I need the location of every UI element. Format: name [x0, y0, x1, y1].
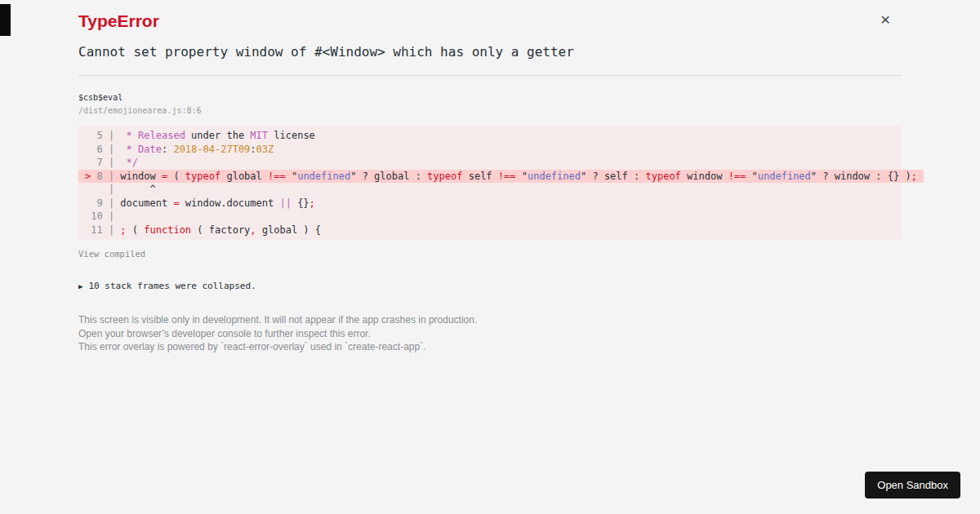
divider — [78, 75, 902, 76]
code-token: ; — [310, 197, 315, 209]
code-token: under the — [185, 130, 250, 141]
code-token: MIT — [250, 130, 268, 141]
code-token: ( — [167, 171, 185, 182]
code-line: 5 | * Released under the MIT license — [78, 129, 902, 143]
error-title: TypeError — [78, 0, 902, 30]
collapsed-stack-frames-label: 10 stack frames were collapsed. — [88, 281, 256, 291]
code-token: typeof — [645, 171, 680, 182]
code-token: ; — [120, 224, 126, 236]
code-token: , — [250, 224, 256, 236]
code-token: " ? window : {} ) — [811, 171, 911, 182]
code-token: global — [220, 171, 268, 182]
code-token: undefined — [297, 171, 350, 182]
caret-right-icon: ▶ — [78, 282, 82, 290]
footer-note: This screen is visible only in developme… — [78, 313, 902, 327]
code-token: !== — [498, 171, 516, 182]
code-token: typeof — [185, 171, 220, 182]
code-token: window — [120, 171, 162, 182]
collapsed-stack-frames-toggle[interactable]: ▶ 10 stack frames were collapsed. — [78, 281, 902, 291]
code-block: 5 | * Released under the MIT license 6 |… — [78, 126, 902, 240]
code-token: 03Z — [256, 144, 274, 155]
code-token: 9 | — [85, 197, 120, 209]
code-token: global ) { — [256, 224, 321, 236]
open-sandbox-button[interactable]: Open Sandbox — [865, 472, 960, 498]
code-token: window.document — [180, 197, 280, 209]
code-token — [120, 130, 126, 141]
code-token: 5 | — [85, 130, 120, 141]
code-token — [120, 157, 126, 168]
code-token: * — [127, 130, 132, 141]
code-line: 11 | ; ( function ( factory, global ) { — [78, 224, 902, 237]
code-token: = — [173, 197, 179, 209]
code-token: 7 | — [85, 157, 120, 168]
code-line-highlighted: > 8 | window = ( typeof global !== "unde… — [78, 170, 902, 184]
code-token: */ — [127, 157, 138, 168]
code-token: function — [144, 224, 191, 236]
code-token: undefined — [528, 171, 581, 182]
view-compiled-link[interactable]: View compiled — [78, 249, 145, 259]
code-token: : — [162, 144, 173, 155]
code-token: ; — [911, 171, 917, 182]
code-token — [132, 144, 138, 155]
code-token: undefined — [758, 171, 811, 182]
code-token: ^ — [120, 184, 155, 195]
footer-note: This error overlay is powered by `react-… — [78, 340, 902, 354]
code-token — [120, 144, 126, 155]
code-token: 2018-04-27T09 — [173, 144, 250, 155]
code-token: > — [85, 171, 96, 182]
stack-frame-location: /dist/emojionearea.js:8:6 — [78, 106, 902, 115]
footer-note: Open your browser’s developer console to… — [78, 327, 902, 341]
code-token: " ? self : — [581, 171, 645, 182]
code-token: window — [681, 171, 728, 182]
code-token: ( factory — [191, 224, 250, 236]
code-token: document — [120, 197, 173, 209]
code-line: 9 | document = window.document || {}; — [78, 197, 902, 210]
code-token: " ? global : — [350, 171, 427, 182]
code-token: license — [268, 130, 315, 141]
error-message: Cannot set property window of #<Window> … — [78, 44, 902, 60]
code-token: || — [279, 197, 291, 209]
stack-frame-function: $csb$eval — [78, 93, 902, 102]
code-token: ( — [127, 224, 145, 236]
code-token: self — [462, 171, 497, 182]
code-token: : — [250, 144, 256, 155]
code-line: | ^ — [78, 183, 902, 197]
code-token: 11 | — [85, 224, 120, 236]
code-token: " — [286, 171, 297, 182]
code-token: typeof — [427, 171, 462, 182]
code-token: Released — [138, 130, 185, 141]
code-token: Date — [138, 144, 162, 155]
code-line: 7 | */ — [78, 156, 902, 170]
code-token: " — [746, 171, 757, 182]
code-token: {} — [292, 197, 310, 209]
code-line: 6 | * Date: 2018-04-27T09:03Z — [78, 143, 902, 157]
footer-notes: This screen is visible only in developme… — [78, 313, 902, 354]
code-token — [132, 130, 138, 141]
code-token: !== — [268, 171, 286, 182]
code-token: !== — [728, 171, 746, 182]
code-token: 6 | — [85, 144, 120, 155]
code-token: 8 | — [96, 171, 120, 182]
code-token: " — [516, 171, 528, 182]
code-token: | — [85, 184, 120, 195]
error-overlay: TypeError Cannot set property window of … — [0, 0, 980, 354]
code-line: 10 | — [78, 210, 902, 224]
code-token: * — [127, 144, 132, 155]
code-token: 10 | — [85, 210, 114, 222]
